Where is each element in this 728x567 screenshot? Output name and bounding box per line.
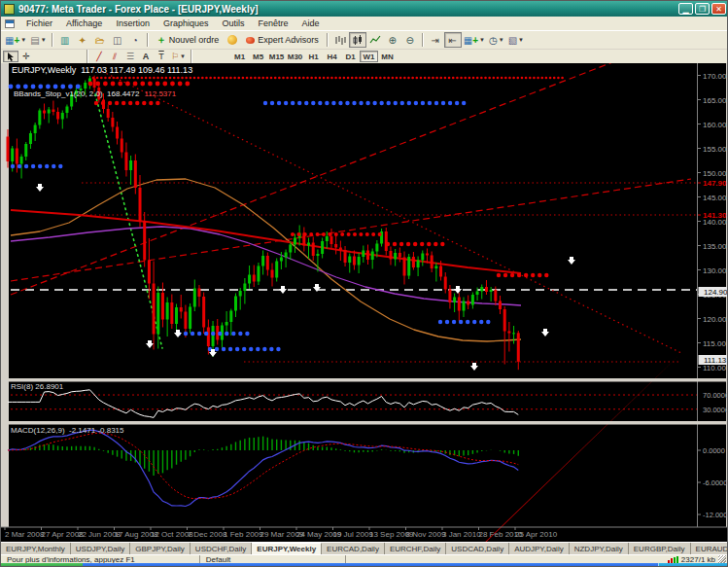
indicators-button[interactable]: ▦+▼ <box>462 32 487 48</box>
periods-button[interactable]: ◷▼ <box>487 32 506 48</box>
metatrader-window: 90477: Meta Trader - Forex Place - [EURJ… <box>0 0 728 567</box>
text-label-tool-button[interactable]: T <box>154 51 169 62</box>
chart-tab-eurchf-daily[interactable]: EURCHF,Daily <box>385 543 446 554</box>
chart-tab-usdcad-daily[interactable]: USDCAD,Daily <box>446 543 509 554</box>
auto-scroll-button[interactable]: ⇥ <box>427 32 444 48</box>
svg-text:135.00: 135.00 <box>703 242 727 251</box>
new-order-label: Nouvel ordre <box>169 35 220 45</box>
arrows-tool-button[interactable]: ⚐▼ <box>169 51 188 62</box>
timeframe-h4[interactable]: H4 <box>323 51 341 62</box>
chart-tabs: EURJPY,MonthlyUSDJPY,DailyGBPJPY,DailyUS… <box>1 543 728 554</box>
expert-advisors-button[interactable]: Expert Advisors <box>241 32 324 48</box>
chart-canvas[interactable]: 170.00165.00160.00155.00150.00145.00140.… <box>1 63 728 542</box>
chart-region: 170.00165.00160.00155.00150.00145.00140.… <box>1 63 728 542</box>
menu-fichier[interactable]: Fichier <box>19 18 59 29</box>
timeframe-mn[interactable]: MN <box>378 51 397 62</box>
channel-tool-button[interactable]: ⫽ <box>107 51 122 62</box>
svg-text:-12.0000: -12.0000 <box>703 511 728 519</box>
svg-text:19 Jul 2009: 19 Jul 2009 <box>333 530 374 539</box>
chart-tab-bar: EURJPY,MonthlyUSDJPY,DailyGBPJPY,DailyUS… <box>1 542 728 554</box>
svg-text:150.00: 150.00 <box>703 169 727 178</box>
zoom-in-button[interactable]: ⊕ <box>384 32 401 48</box>
svg-text:70.0000: 70.0000 <box>703 391 728 400</box>
system-tray <box>658 563 728 567</box>
trendline-tool-button[interactable]: ╱ <box>91 51 107 62</box>
chart-tab-usdchf-daily[interactable]: USDCHF,Daily <box>191 543 252 554</box>
menu-outils[interactable]: Outils <box>215 18 251 29</box>
market-watch-button[interactable]: ▥ <box>56 32 74 48</box>
svg-text:3 Jan 2010: 3 Jan 2010 <box>442 530 481 539</box>
svg-text:30.0000: 30.0000 <box>703 406 728 414</box>
new-order-button[interactable]: ＋Nouvel ordre <box>152 32 225 48</box>
profiles-button[interactable]: ▤▼ <box>28 32 48 48</box>
svg-text:145.00: 145.00 <box>703 194 727 202</box>
svg-text:170.00: 170.00 <box>703 72 727 81</box>
svg-text:141.30: 141.30 <box>703 211 727 220</box>
expert-advisors-label: Expert Advisors <box>258 35 319 45</box>
status-bar: Pour plus d'informations, appuyez F1 Def… <box>1 554 728 563</box>
candlestick-chart-button[interactable] <box>349 32 366 48</box>
fibonacci-tool-button[interactable]: ☰ <box>122 51 138 62</box>
chart-tab-eurjpy-weekly[interactable]: EURJPY,Weekly <box>252 543 322 554</box>
svg-text:115.00: 115.00 <box>703 339 726 348</box>
timeframe-w1[interactable]: W1 <box>360 51 378 62</box>
title-bar: 90477: Meta Trader - Forex Place - [EURJ… <box>1 1 728 17</box>
chart-tab-gbpjpy-daily[interactable]: GBPJPY,Daily <box>130 543 191 554</box>
menu-items: FichierAffichageInsertionGraphiquesOutil… <box>19 18 327 29</box>
restore-button[interactable]: ❐ <box>695 3 710 15</box>
data-window-button[interactable]: ✦ <box>74 32 91 48</box>
menu-graphiques[interactable]: Graphiques <box>156 18 216 29</box>
line-chart-button[interactable] <box>366 32 384 48</box>
chart-tab-nzdjpy-daily[interactable]: NZDJPY,Daily <box>570 543 629 554</box>
chart-tab-eurcad-daily[interactable]: EURCAD,Daily <box>322 543 385 554</box>
timeframe-m30[interactable]: M30 <box>286 51 304 62</box>
menu-affichage[interactable]: Affichage <box>59 18 109 29</box>
timeframe-h1[interactable]: H1 <box>304 51 323 62</box>
minimize-button[interactable]: ▁ <box>678 3 693 15</box>
close-button[interactable]: ✕ <box>711 3 726 15</box>
svg-text:111.13: 111.13 <box>704 356 727 365</box>
chart-tab-audjpy-daily[interactable]: AUDJPY,Daily <box>509 543 570 554</box>
svg-text:130.00: 130.00 <box>703 266 727 275</box>
toolbar-separator <box>52 33 53 47</box>
windows-taskbar[interactable] <box>1 563 728 567</box>
svg-text:160.00: 160.00 <box>703 121 727 129</box>
chart-tab-eurgbp-daily[interactable]: EURGBP,Daily <box>629 543 691 554</box>
chart-shift-button[interactable]: ⇤ <box>444 32 462 48</box>
menu-fentre[interactable]: Fenêtre <box>251 18 295 29</box>
timeframe-m1[interactable]: M1 <box>230 51 249 62</box>
cursor-button[interactable] <box>3 51 18 62</box>
crosshair-button[interactable]: ✛ <box>18 51 34 62</box>
svg-text:124.90: 124.90 <box>704 288 728 297</box>
start-button[interactable] <box>1 563 83 567</box>
chart-tab-euraud-daily[interactable]: EURAUD,Daily <box>691 543 728 554</box>
timeframe-m5[interactable]: M5 <box>249 51 267 62</box>
bar-chart-button[interactable] <box>331 32 349 48</box>
menu-aide[interactable]: Aide <box>295 18 327 29</box>
svg-text:120.00: 120.00 <box>703 315 727 324</box>
resize-grip[interactable] <box>718 555 726 563</box>
terminal-button[interactable]: ◫ <box>109 32 126 48</box>
chart-tab-eurjpy-monthly[interactable]: EURJPY,Monthly <box>1 543 71 554</box>
timeframe-d1[interactable]: D1 <box>341 51 360 62</box>
chart-window-icon[interactable] <box>5 19 15 28</box>
app-icon <box>4 4 15 15</box>
new-chart-button[interactable]: ▦+▼ <box>3 32 28 48</box>
metaeditor-button[interactable] <box>224 32 241 48</box>
zoom-out-button[interactable]: ⊖ <box>401 32 419 48</box>
toolbar-separator <box>191 50 192 63</box>
svg-text:155.00: 155.00 <box>703 145 727 154</box>
compass-icon <box>227 35 237 45</box>
timeframe-m15[interactable]: M15 <box>267 51 286 62</box>
menu-insertion[interactable]: Insertion <box>109 18 156 29</box>
svg-text:165.00: 165.00 <box>703 96 727 105</box>
window-title: 90477: Meta Trader - Forex Place - [EURJ… <box>18 4 259 15</box>
svg-text:147.90: 147.90 <box>703 179 727 188</box>
text-tool-button[interactable]: A <box>138 51 154 62</box>
chart-tab-usdjpy-daily[interactable]: USDJPY,Daily <box>71 543 131 554</box>
svg-text:7 Dec 2008: 7 Dec 2008 <box>188 530 227 539</box>
strategy-tester-button[interactable]: ◔ <box>126 32 144 48</box>
svg-text:1 Feb 2009: 1 Feb 2009 <box>224 530 263 539</box>
templates-button[interactable]: ▧▼ <box>506 32 526 48</box>
navigator-button[interactable]: 🗁 <box>91 32 109 48</box>
